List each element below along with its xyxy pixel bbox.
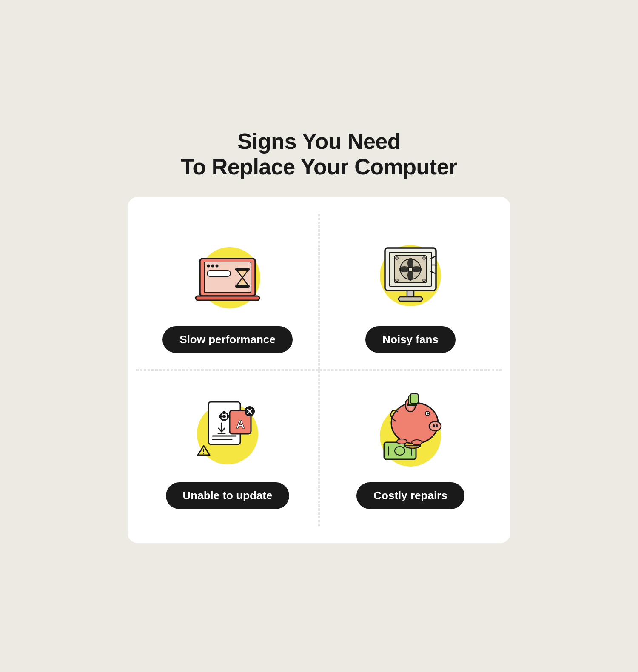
horizontal-divider [136,369,502,370]
svg-point-73 [397,439,407,444]
svg-rect-28 [399,297,422,301]
svg-rect-39 [227,415,229,418]
svg-point-35 [222,415,226,418]
costly-repairs-label: Costly repairs [356,482,464,509]
svg-point-4 [207,264,210,267]
unable-to-update-icon: ! A [185,387,270,472]
costly-repairs-icon: $ [368,387,453,472]
page-title: Signs You Need To Replace Your Computer [181,129,457,180]
svg-rect-2 [204,262,251,293]
svg-point-67 [427,412,429,414]
svg-rect-7 [207,271,231,276]
svg-point-23 [396,257,398,259]
svg-rect-38 [219,415,222,418]
svg-rect-36 [223,411,225,414]
svg-text:!: ! [202,448,205,455]
noisy-fans-icon [368,231,453,316]
slow-performance-label: Slow performance [162,326,292,353]
signs-grid: Slow performance [136,214,502,526]
cell-unable-to-update: ! A Unable to update [136,370,319,526]
page-wrapper: Signs You Need To Replace Your Computer [128,129,510,543]
cell-slow-performance: Slow performance [136,214,319,370]
svg-point-65 [436,424,438,427]
svg-rect-37 [223,419,225,421]
slow-performance-icon [185,231,270,316]
svg-text:A: A [236,418,245,431]
svg-rect-72 [410,394,418,403]
svg-point-63 [429,421,441,431]
svg-rect-11 [235,285,250,288]
cell-noisy-fans: Noisy fans [319,214,502,370]
svg-point-26 [423,279,425,282]
svg-point-24 [423,257,425,259]
svg-rect-3 [196,296,259,300]
svg-point-22 [408,267,413,271]
cell-costly-repairs: $ [319,370,502,526]
svg-point-25 [396,279,398,282]
svg-point-6 [216,264,219,267]
svg-point-64 [433,424,435,427]
svg-point-12 [242,279,244,281]
unable-to-update-label: Unable to update [166,482,290,509]
noisy-fans-label: Noisy fans [365,326,456,353]
svg-rect-10 [235,268,250,271]
svg-point-5 [211,264,214,267]
main-card: Slow performance [128,197,510,543]
svg-point-74 [412,440,422,445]
